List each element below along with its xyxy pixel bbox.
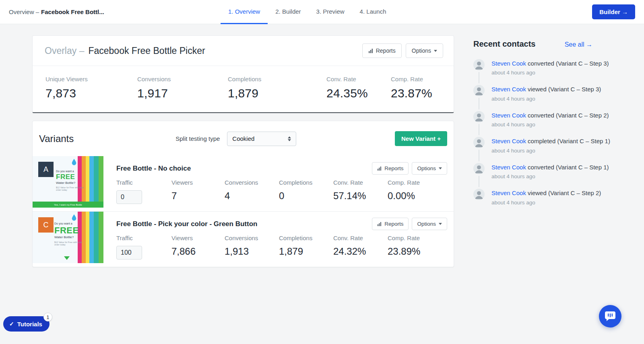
tab-preview[interactable]: 3. Preview [309,0,352,24]
stat-conv-rate: Conv. Rate 24.35% [326,76,391,100]
reports-button-label: Reports [384,221,403,227]
tutorials-label: Tutorials [17,321,42,328]
split-testing-select[interactable]: Cookied [227,132,296,146]
stat-label: Conversions [225,235,279,241]
thumb-line1: Do you want a [54,222,86,225]
recent-contacts-title: Recent contacts [473,39,536,49]
see-all-link[interactable]: See all → [565,41,592,48]
step-tabs: 1. Overview 2. Builder 3. Preview 4. Lau… [221,0,394,24]
down-arrow-icon [64,256,70,260]
stat-value: 7,866 [171,246,225,257]
stat-value: 1,917 [137,87,228,100]
campaign-title: Facebook Free Bottle Picker [88,45,205,56]
tab-overview[interactable]: 1. Overview [221,0,268,24]
contact-name-link[interactable]: Steven Cook [491,86,526,93]
thumb-line4: $12 Value for Free with your order today [56,186,85,192]
stat-label: Conv. Rate [326,76,391,82]
check-icon: ✓ [9,321,14,327]
contact-time: about 4 hours ago [491,69,609,76]
thumb-line1: Do you want a [56,170,85,173]
contact-action: converted (Variant C – Step 3) [526,60,609,67]
thumbnail-cta-bar: Yes, I want my Free Bottle [33,202,103,208]
variant-a-traffic-input[interactable] [116,190,142,204]
avatar [473,137,485,148]
stat-label: Completions [279,235,333,241]
contact-time: about 4 hours ago [491,199,601,206]
variant-c-completions: Completions 1,879 [279,235,333,257]
tab-launch[interactable]: 4. Launch [352,0,394,24]
contact-name-link[interactable]: Steven Cook [491,60,526,67]
split-testing-label: Split testing type [175,135,220,142]
variant-c-options-button[interactable]: Options [412,218,447,230]
variant-a-thumbnail[interactable]: A Do you want a FREE Water Bottle? $12 V… [33,156,103,208]
contact-time: about 4 hours ago [491,173,609,180]
options-button-label: Options [417,221,436,227]
new-variant-button[interactable]: New Variant + [395,131,447,146]
contact-name-link[interactable]: Steven Cook [491,190,526,196]
variant-c-actions: Reports Options [372,218,447,230]
list-item: Steven Cook viewed (Variant C – Step 2) … [473,189,630,206]
variants-header: Variants Split testing type Cookied New … [33,121,454,156]
stat-label: Comp. Rate [391,76,443,82]
person-icon [473,189,485,200]
contact-action: viewed (Variant C – Step 2) [526,190,601,196]
bar-chart-icon [377,222,382,226]
variant-c-viewers: Viewers 7,866 [171,235,225,257]
breadcrumb-prefix[interactable]: Overview – [9,8,39,15]
variant-a-traffic: Traffic [116,179,171,204]
stat-value: 24.32% [333,246,388,257]
variant-c-traffic-input[interactable] [116,246,142,260]
contact-activity: Steven Cook viewed (Variant C – Step 3) … [491,85,601,102]
stat-label: Conv. Rate [333,179,388,186]
thumbnail-copy: Do you want a FREE Water Bottle? $12 Val… [54,222,86,246]
water-droplet-icon [71,159,77,166]
contact-action: converted (Variant C – Step 2) [526,112,609,119]
contact-name-link[interactable]: Steven Cook [491,138,526,144]
variant-c-conversions: Conversions 1,913 [225,235,279,257]
overview-card-header: Overlay – Facebook Free Bottle Picker Re… [33,36,454,66]
variant-c-reports-button[interactable]: Reports [372,218,409,230]
tutorials-widget: ✓ Tutorials 1 [3,316,50,332]
breadcrumb-title: Facebook Free Bottl... [41,8,104,15]
chevron-down-icon [439,223,442,225]
contact-activity: Steven Cook converted (Variant C – Step … [491,59,609,76]
tab-builder[interactable]: 2. Builder [268,0,308,24]
stat-value: 24.35% [326,87,391,100]
thumbnail-copy: Do you want a FREE Water Bottle? $12 Val… [56,170,85,191]
stat-value: 0.00% [388,190,447,202]
stat-conversions: Conversions 1,917 [137,76,228,100]
contact-name-link[interactable]: Steven Cook [491,164,526,171]
stat-value: 1,879 [279,246,333,257]
contact-action: converted (Variant C – Step 1) [526,164,609,171]
options-button[interactable]: Options [406,43,443,58]
variant-c-traffic: Traffic [116,235,171,260]
variant-letter-badge: A [38,162,54,177]
variant-a-options-button[interactable]: Options [412,162,447,175]
variants-card: Variants Split testing type Cookied New … [32,121,454,267]
contact-action: completed (Variant C – Step 1) [526,138,610,144]
overview-card: Overlay – Facebook Free Bottle Picker Re… [32,35,454,113]
stat-label: Unique Viewers [45,76,137,82]
contact-activity: Steven Cook completed (Variant C – Step … [491,137,610,154]
variant-c-thumbnail[interactable]: C Do you want a FREE Water Bottle? $12 V… [33,212,103,263]
thumb-free-text: FREE [56,173,85,181]
chat-launcher-button[interactable] [599,305,621,328]
reports-button[interactable]: Reports [362,43,402,58]
person-icon [473,111,485,122]
variants-title: Variants [39,133,74,144]
thumb-line3: Water Bottle? [54,235,86,239]
variant-a-reports-button[interactable]: Reports [372,162,409,175]
options-button-label: Options [417,165,436,171]
stat-label: Conversions [137,76,228,82]
campaign-type-label: Overlay – [45,45,84,56]
stat-label: Conversions [225,179,279,186]
tutorials-button[interactable]: ✓ Tutorials 1 [3,316,50,332]
variant-a-body: Free Bottle - No choice Reports Options [103,156,454,211]
builder-button[interactable]: Builder → [592,4,635,19]
person-icon [473,59,485,70]
stat-label: Completions [228,76,326,82]
contact-activity: Steven Cook converted (Variant C – Step … [491,111,609,128]
chevron-down-icon [439,167,442,169]
contact-name-link[interactable]: Steven Cook [491,112,526,119]
stat-value: 57.14% [333,190,388,202]
